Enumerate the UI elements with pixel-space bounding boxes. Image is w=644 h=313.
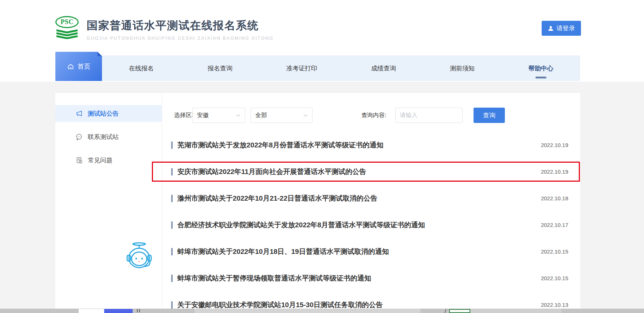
sidebar-item-contact-station[interactable]: 联系测试站	[55, 128, 162, 145]
item-accent-bar	[171, 301, 173, 309]
announcement-title[interactable]: 蚌埠市测试站关于2022年10月18日、19日普通话水平测试取消的通知	[177, 247, 534, 256]
query-input[interactable]	[395, 108, 463, 123]
announcement-title[interactable]: 关于安徽邮电职业技术学院测试站10月15-30日测试任务取消的公告	[177, 300, 534, 309]
announcement-title[interactable]: 安庆市测试站2022年11月面向社会开展普通话水平测试的公告	[177, 167, 534, 177]
sidebar-item-station-announcements[interactable]: 测试站公告	[55, 105, 162, 122]
region-select-value: 安徽	[197, 112, 209, 119]
sidebar-item-label: 测试站公告	[88, 109, 119, 118]
announcement-date: 2022.10.15	[541, 275, 568, 281]
content-card: 测试站公告 联系测试站	[55, 93, 580, 309]
current-section-underline	[535, 77, 546, 78]
sidebar-item-label: 联系测试站	[88, 133, 119, 141]
logo-stripes-icon	[55, 29, 79, 39]
announcement-date: 2022.10.13	[541, 302, 568, 308]
region-select[interactable]: 安徽	[192, 108, 245, 123]
site-title-block: 国家普通话水平测试在线报名系统 GUOJIA PUTONGHUA SHUIPIN…	[87, 18, 274, 41]
announcement-row[interactable]: 蚌埠市测试站关于暂停现场领取普通话水平测试等级证书的通知 2022.10.15	[171, 265, 568, 291]
announcement-date: 2022.10.19	[541, 142, 568, 148]
nav-item-online-signup[interactable]: 在线报名	[129, 64, 154, 73]
login-button-label: 请登录	[557, 24, 575, 32]
cursor-fragment	[444, 309, 446, 313]
category-select-value: 全部	[255, 112, 267, 119]
app-window: PSC 国家普通话水平测试在线报名系统 GUOJIA PUTONGHUA SHU…	[0, 0, 644, 313]
chevron-down-icon	[303, 114, 308, 117]
sidebar-item-faq[interactable]: 常见问题	[55, 152, 162, 169]
filter-bar: 选择区域: 安徽 全部 查询内容: 查询	[171, 108, 568, 123]
announcement-row[interactable]: 蚌埠市测试站关于2022年10月18日、19日普通话水平测试取消的通知 2022…	[171, 238, 568, 265]
announcement-date: 2022.10.19	[541, 169, 568, 175]
announcement-row[interactable]: 滁州市测试站关于2022年10月21-22日普通话水平测试取消的公告 2022.…	[171, 185, 568, 212]
item-accent-bar	[171, 275, 173, 282]
nav-item-label: 报名查询	[208, 65, 232, 72]
announcement-list: 芜湖市测试站关于发放2022年8月份普通话水平测试等级证书的通知 2022.10…	[171, 132, 568, 309]
psc-logo: PSC	[55, 16, 81, 39]
highlighted-announcement-row[interactable]: 安庆市测试站2022年11月面向社会开展普通话水平测试的公告 2022.10.1…	[171, 158, 568, 185]
site-title: 国家普通话水平测试在线报名系统	[87, 18, 274, 33]
nav-item-label: 在线报名	[129, 65, 154, 72]
nav-item-home[interactable]: 首页	[55, 52, 102, 81]
tab-fold-corner	[98, 52, 102, 56]
nav-item-signup-query[interactable]: 报名查询	[208, 64, 232, 73]
announcements-panel: 选择区域: 安徽 全部 查询内容: 查询	[171, 93, 568, 309]
announcement-row[interactable]: 芜湖市测试站关于发放2022年8月份普通话水平测试等级证书的通知 2022.10…	[171, 132, 568, 158]
nav-home-label: 首页	[78, 62, 91, 71]
sidebar: 测试站公告 联系测试站	[55, 93, 162, 309]
nav-items: 在线报名 报名查询 准考证打印 成绩查询 测前须知 帮助中心	[102, 55, 580, 81]
faq-document-icon	[75, 156, 83, 164]
background-green-window-fragment	[449, 309, 470, 313]
item-accent-bar	[171, 221, 173, 229]
query-label: 查询内容:	[361, 108, 386, 123]
chat-bubble-icon	[75, 133, 83, 140]
announcement-title[interactable]: 蚌埠市测试站关于暂停现场领取普通话水平测试等级证书的通知	[177, 274, 534, 283]
announcement-title[interactable]: 芜湖市测试站关于发放2022年8月份普通话水平测试等级证书的通知	[177, 140, 534, 150]
nav-item-pretest-notice[interactable]: 测前须知	[450, 64, 475, 73]
background-glyph-fragment	[137, 309, 140, 312]
category-select[interactable]: 全部	[251, 108, 313, 123]
main-nav: 首页 在线报名 报名查询 准考证打印 成绩查询 测前须知 帮助中心	[55, 55, 580, 81]
nav-item-score-query[interactable]: 成绩查询	[371, 64, 396, 73]
announcement-title[interactable]: 合肥经济技术职业学院测试站关于发放2022年8月普通话水平测试等级证书的通知	[177, 220, 534, 230]
announcement-row[interactable]: 合肥经济技术职业学院测试站关于发放2022年8月普通话水平测试等级证书的通知 2…	[171, 212, 568, 238]
chevron-down-icon	[236, 114, 240, 117]
nav-item-label: 帮助中心	[529, 65, 553, 72]
background-input-fragment	[79, 309, 104, 313]
item-accent-bar	[171, 168, 173, 175]
login-button[interactable]: 请登录	[542, 21, 581, 36]
announcement-date: 2022.10.18	[541, 195, 568, 201]
psc-logo-oval: PSC	[55, 16, 79, 28]
nav-item-label: 成绩查询	[371, 65, 396, 72]
sidebar-item-label: 常见问题	[88, 156, 113, 165]
item-accent-bar	[171, 248, 173, 255]
background-window-strip	[0, 309, 644, 313]
nav-item-label: 测前须知	[450, 65, 475, 72]
megaphone-icon	[75, 110, 83, 117]
nav-item-label: 准考证打印	[286, 65, 317, 72]
background-blue-button-fragment	[104, 309, 133, 313]
announcement-title[interactable]: 滁州市测试站关于2022年10月21-22日普通话水平测试取消的公告	[177, 194, 534, 203]
item-accent-bar	[171, 142, 173, 149]
search-button[interactable]: 查询	[474, 108, 505, 123]
item-accent-bar	[171, 195, 173, 202]
home-icon	[67, 63, 74, 70]
background-panel-fragment	[470, 309, 561, 313]
announcement-row[interactable]: 关于安徽邮电职业技术学院测试站10月15-30日测试任务取消的公告 2022.1…	[171, 291, 568, 309]
service-robot-icon[interactable]	[125, 242, 154, 269]
user-icon	[548, 26, 554, 31]
site-subtitle: GUOJIA PUTONGHUA SHUIPING CESHI ZAIXIAN …	[87, 36, 274, 41]
nav-item-admission-print[interactable]: 准考证打印	[286, 64, 317, 73]
nav-item-help-center[interactable]: 帮助中心	[529, 64, 553, 73]
background-panel-fragment	[195, 309, 420, 313]
announcement-date: 2022.10.15	[541, 248, 568, 255]
announcement-date: 2022.10.17	[541, 222, 568, 228]
